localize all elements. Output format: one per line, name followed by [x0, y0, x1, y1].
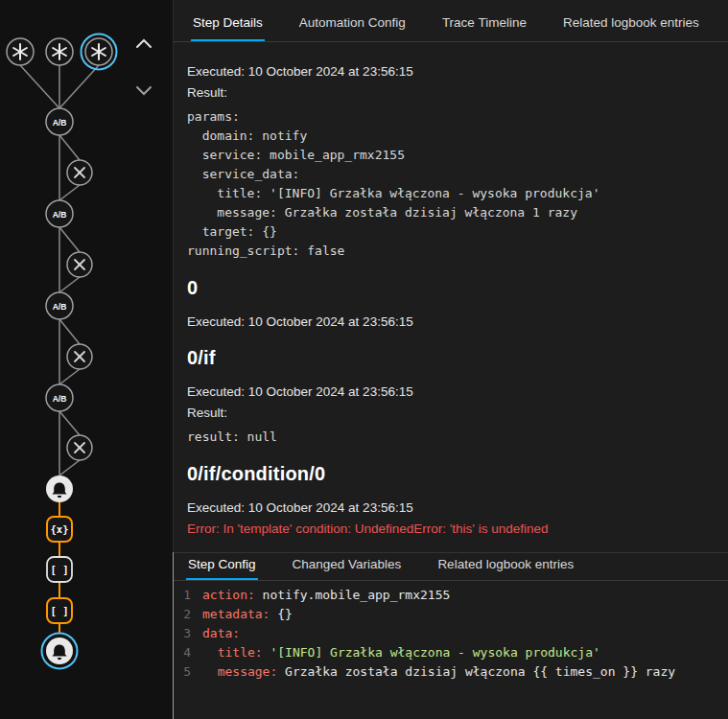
editor-line: 4 title: '[INFO] Grzałka włączona - wyso…: [174, 643, 728, 662]
chevron-up-icon: [137, 40, 151, 47]
sequence-node-2[interactable]: [ ]: [47, 598, 72, 623]
step-heading-if: 0/if: [187, 346, 713, 369]
trigger-node-1[interactable]: [7, 38, 34, 65]
trigger-node-2[interactable]: [46, 38, 73, 65]
yaml-editor[interactable]: 1 action: notify.mobile_app_rmx2155 2 me…: [174, 581, 728, 719]
branch-x-node-2[interactable]: [67, 252, 92, 277]
branch-x-node-1[interactable]: [67, 160, 92, 185]
ab-testing-icon: A/B: [53, 302, 67, 312]
condition-error-message: Error: In 'template' condition: Undefine…: [187, 520, 713, 538]
tab-changed-variables[interactable]: Changed Variables: [291, 557, 404, 580]
variables-icon: {x}: [51, 523, 69, 535]
notify-action-node-1[interactable]: [46, 475, 73, 502]
executed-timestamp: Executed: 10 October 2024 at 23:56:15: [187, 499, 713, 517]
tab-step-config[interactable]: Step Config: [186, 557, 258, 580]
executed-timestamp: Executed: 10 October 2024 at 23:56:15: [187, 62, 713, 81]
line-number: 2: [174, 605, 191, 624]
result-null-yaml: result: null: [187, 428, 713, 447]
brackets-icon: [ ]: [51, 564, 69, 575]
line-number: 1: [174, 586, 191, 605]
editor-line: 5 message: Grzałka została dzisiaj włącz…: [174, 662, 728, 682]
if-branch-node-2[interactable]: A/B: [46, 200, 73, 227]
executed-timestamp: Executed: 10 October 2024 at 23:56:15: [187, 313, 713, 331]
tab-step-details[interactable]: Step Details: [191, 15, 265, 41]
tab-automation-config[interactable]: Automation Config: [297, 15, 408, 41]
variables-node[interactable]: {x}: [47, 517, 72, 542]
collapse-triggers-button[interactable]: [137, 40, 151, 47]
step-heading-0: 0: [187, 276, 713, 299]
trace-details-panel: Step Details Automation Config Trace Tim…: [173, 0, 728, 719]
line-number: 3: [174, 624, 191, 643]
if-branch-node-3[interactable]: A/B: [46, 292, 73, 319]
ab-testing-icon: A/B: [53, 210, 67, 220]
tab-trace-timeline[interactable]: Trace Timeline: [440, 15, 528, 41]
brackets-icon: [ ]: [51, 605, 69, 616]
if-branch-node-4[interactable]: A/B: [46, 384, 73, 411]
step-details-content[interactable]: Executed: 10 October 2024 at 23:56:15 Re…: [174, 42, 728, 552]
editor-line: 3 data:: [174, 624, 728, 643]
trace-view: A/B A/B A/B: [0, 0, 728, 719]
line-number: 5: [174, 662, 191, 682]
trigger-node-3-selected[interactable]: [82, 35, 117, 70]
sequence-node-1[interactable]: [ ]: [47, 557, 72, 582]
tab-related-logbook[interactable]: Related logbook entries: [561, 15, 701, 41]
editor-line: 2 metadata: {}: [174, 605, 728, 624]
step-config-panel: Step Config Changed Variables Related lo…: [173, 552, 728, 719]
step-heading-condition: 0/if/condition/0: [187, 462, 713, 485]
top-tabbar: Step Details Automation Config Trace Tim…: [174, 0, 728, 42]
if-branch-node-1[interactable]: A/B: [46, 108, 73, 135]
expand-triggers-button[interactable]: [137, 87, 151, 94]
ab-testing-icon: A/B: [53, 394, 67, 404]
executed-timestamp: Executed: 10 October 2024 at 23:56:15: [187, 383, 713, 401]
result-label: Result:: [187, 83, 713, 102]
trace-graph: A/B A/B A/B: [0, 0, 173, 719]
branch-x-node-4[interactable]: [67, 435, 92, 460]
result-yaml: params: domain: notify service: mobile_a…: [187, 107, 713, 261]
line-number: 4: [174, 643, 191, 662]
tab-related-logbook-bottom[interactable]: Related logbook entries: [435, 557, 575, 580]
chevron-down-icon: [137, 87, 151, 94]
notify-action-node-2[interactable]: [42, 634, 78, 669]
ab-testing-icon: A/B: [53, 118, 67, 128]
trace-graph-panel: A/B A/B A/B: [0, 0, 173, 719]
bottom-tabbar: Step Config Changed Variables Related lo…: [174, 552, 728, 581]
result-label: Result:: [187, 404, 713, 422]
branch-x-node-3[interactable]: [67, 344, 92, 369]
editor-line: 1 action: notify.mobile_app_rmx2155: [174, 586, 728, 605]
